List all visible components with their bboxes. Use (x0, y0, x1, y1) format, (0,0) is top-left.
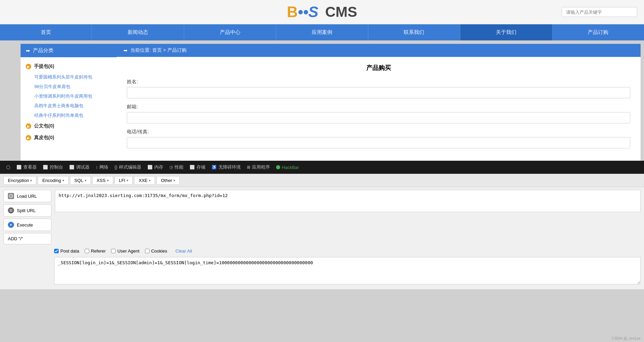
devtools-accessibility-label: 无障碍环境 (218, 164, 241, 170)
encoding-label: Encoding (42, 178, 61, 183)
sub-item-2[interactable]: 小资情调系列时尚牛皮两用包 (21, 91, 117, 101)
memory-icon: ⬜ (147, 165, 153, 170)
form-group-name: 姓名: (127, 79, 630, 98)
sidebar-body: ▶ 手提包(6) 可爱圆桶系列头层牛皮斜挎包 98分贝牛皮单肩包 小资情调系列时… (21, 57, 117, 147)
devtools-storage[interactable]: ⬜ 存储 (187, 163, 208, 172)
checkbox-cookies[interactable]: Cookies (145, 248, 167, 254)
menu-encryption[interactable]: Encryption ▾ (3, 176, 36, 185)
devtools-debugger[interactable]: ⬜ 调试器 (67, 163, 92, 172)
devtools-accessibility[interactable]: ♿ 无障碍环境 (209, 163, 243, 172)
main-nav: 首页 新闻动态 产品中心 应用案例 联系我们 关于我们 产品订购 (0, 24, 644, 40)
form-input-name[interactable] (127, 87, 630, 98)
category-expand-icon-2: ▶ (26, 123, 31, 129)
checkbox-useragent-input[interactable] (111, 249, 116, 253)
hackbar-toolbar: Encryption ▾ Encoding ▾ SQL ▾ XSS ▾ LFI … (0, 174, 644, 187)
sub-item-1[interactable]: 98分贝牛皮单肩包 (21, 82, 117, 91)
menu-xss[interactable]: XSS ▾ (92, 176, 113, 185)
sidebar: ➡ 产品分类 ▶ 手提包(6) 可爱圆桶系列头层牛皮斜挎包 98分贝牛皮单肩包 … (21, 44, 117, 161)
url-textarea-wrap (55, 190, 641, 213)
category-handbag[interactable]: ▶ 手提包(6) (21, 61, 117, 72)
menu-xxe[interactable]: XXE ▾ (134, 176, 155, 185)
encryption-label: Encryption (8, 178, 29, 183)
logo-text: B••S (287, 3, 319, 21)
nav-item-about[interactable]: 关于我们 (460, 24, 552, 40)
devtools-inspector[interactable]: ⬜ 查看器 (14, 163, 39, 172)
devtools-hackbar[interactable]: HackBar (273, 163, 302, 171)
other-label: Other (161, 178, 172, 183)
search-input[interactable] (562, 7, 637, 17)
devtools-console[interactable]: ⬜ 控制台 (40, 163, 66, 172)
url-input[interactable] (55, 190, 641, 212)
split-url-button[interactable]: Split URL (3, 204, 51, 217)
checkbox-useragent-label: User Agent (117, 248, 139, 254)
devtools-bar: ⬡ ⬜ 查看器 ⬜ 控制台 ⬜ 调试器 ↕ 网络 {} 样式编辑器 ⬜ 内存 ◷… (0, 161, 644, 174)
lfi-dropdown-icon: ▾ (127, 179, 128, 182)
other-dropdown-icon: ▾ (174, 179, 175, 182)
checkbox-cookies-input[interactable] (145, 249, 150, 253)
menu-sql[interactable]: SQL ▾ (70, 176, 91, 185)
load-url-button[interactable]: Load URL (3, 190, 51, 202)
devtools-memory[interactable]: ⬜ 内存 (145, 163, 166, 172)
devtools-performance[interactable]: ◷ 性能 (167, 163, 186, 172)
devtools-storage-label: 存储 (196, 164, 205, 170)
content-area: ➡ 产品分类 ▶ 手提包(6) 可爱圆桶系列头层牛皮斜挎包 98分贝牛皮单肩包 … (0, 40, 644, 161)
sql-dropdown-icon: ▾ (85, 179, 86, 182)
url-section: Load URL Split URL Execute ADD "/" (0, 187, 644, 247)
sub-item-3[interactable]: 高档牛皮男士商务电脑包 (21, 101, 117, 111)
nav-item-order[interactable]: 产品订购 (552, 24, 644, 40)
category-label-3: 真皮包(0) (34, 135, 54, 141)
console-icon: ⬜ (43, 165, 48, 170)
split-url-icon (8, 207, 14, 213)
category-expand-icon-3: ▶ (26, 135, 31, 141)
sub-item-0[interactable]: 可爱圆桶系列头层牛皮斜挎包 (21, 72, 117, 82)
clear-all-link[interactable]: Clear All (176, 248, 192, 254)
devtools-performance-label: 性能 (175, 164, 183, 170)
nav-item-products[interactable]: 产品中心 (184, 24, 276, 40)
encoding-dropdown-icon: ▾ (62, 179, 64, 182)
performance-icon: ◷ (169, 165, 173, 170)
devtools-style-editor[interactable]: {} 样式编辑器 (112, 163, 144, 172)
checkbox-user-agent[interactable]: User Agent (111, 248, 139, 254)
nav-item-home[interactable]: 首页 (0, 24, 92, 40)
checkbox-post-data[interactable]: Post data (54, 248, 79, 254)
devtools-application[interactable]: ⊞ 应用程序 (244, 163, 273, 172)
checkbox-post-input[interactable] (54, 249, 59, 253)
form-input-email[interactable] (127, 112, 630, 123)
load-url-icon (8, 193, 14, 199)
checkbox-referer-input[interactable] (85, 249, 89, 253)
main-content: ➡ 当前位置: 首页 > 产品订购 产品购买 姓名: 邮箱: 电话/传真: (117, 44, 641, 161)
logo-cms: CMS (321, 4, 357, 20)
menu-lfi[interactable]: LFI ▾ (115, 176, 133, 185)
nav-item-contact[interactable]: 联系我们 (368, 24, 460, 40)
execute-button[interactable]: Execute (3, 219, 51, 231)
nav-item-cases[interactable]: 应用案例 (276, 24, 368, 40)
devtools-application-label: 应用程序 (252, 164, 270, 170)
execute-label: Execute (17, 222, 33, 228)
add-slash-label: ADD "/" (8, 236, 23, 241)
xxe-label: XXE (139, 178, 147, 183)
nav-item-news[interactable]: 新闻动态 (92, 24, 184, 40)
debugger-icon: ⬜ (69, 165, 74, 170)
post-data-input[interactable] (54, 257, 641, 284)
form-input-phone[interactable] (127, 137, 630, 148)
checkbox-referer[interactable]: Referer (85, 248, 106, 254)
inspector-icon: ⬜ (16, 165, 22, 170)
devtools-network[interactable]: ↕ 网络 (93, 163, 111, 172)
menu-encoding[interactable]: Encoding ▾ (38, 176, 68, 185)
devtools-hackbar-label: HackBar (282, 165, 299, 170)
product-purchase-form: 产品购买 姓名: 邮箱: 电话/传真: (117, 57, 641, 161)
menu-other[interactable]: Other ▾ (156, 176, 180, 185)
search-box[interactable] (562, 7, 637, 17)
form-group-phone: 电话/传真: (127, 129, 630, 148)
devtools-pointer[interactable]: ⬡ (3, 163, 13, 171)
style-editor-icon: {} (115, 165, 117, 170)
breadcrumb-arrow-icon: ➡ (123, 48, 128, 53)
sub-item-4[interactable]: 经典牛仔系列时尚单肩包 (21, 111, 117, 120)
devtools-network-label: 网络 (99, 164, 108, 170)
purchase-title: 产品购买 (127, 64, 630, 72)
category-briefcase[interactable]: ▶ 公文包(0) (21, 120, 117, 132)
category-leather[interactable]: ▶ 真皮包(0) (21, 132, 117, 144)
checkbox-cookies-label: Cookies (151, 248, 167, 254)
add-slash-button[interactable]: ADD "/" (3, 233, 51, 244)
storage-icon: ⬜ (190, 165, 195, 170)
